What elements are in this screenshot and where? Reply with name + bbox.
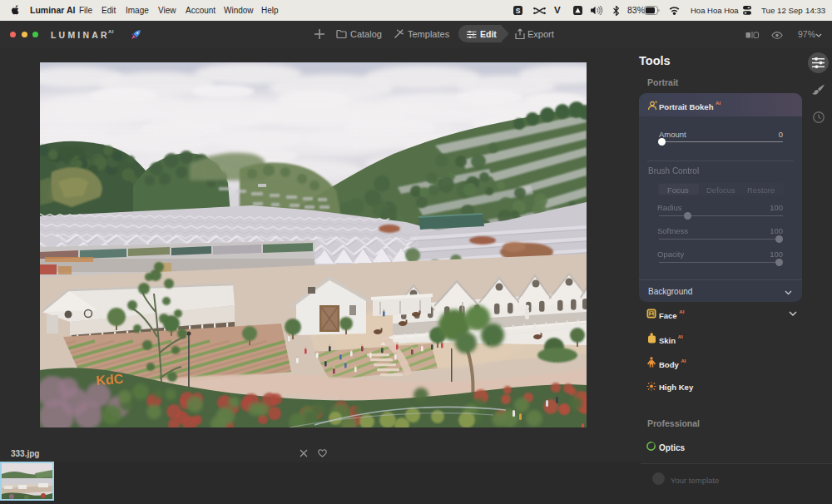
svg-text:KdC: KdC: [96, 372, 124, 388]
svg-text:S: S: [516, 7, 521, 15]
